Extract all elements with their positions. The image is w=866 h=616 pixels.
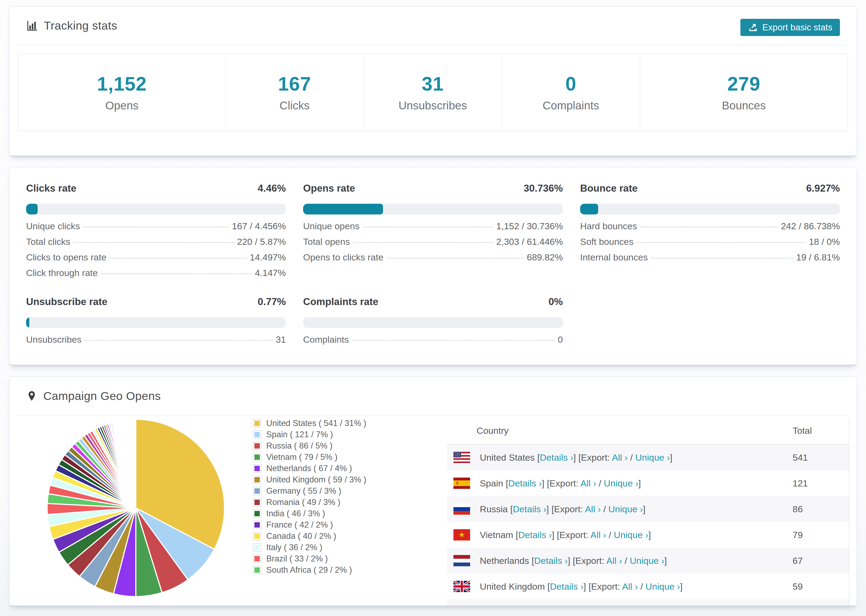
- details-link-netherlands[interactable]: Details ›: [534, 556, 568, 566]
- summary-label-bounces: Bounces: [722, 99, 766, 112]
- geo-row-total-russia: 86: [793, 504, 803, 514]
- export-all-link-netherlands[interactable]: All ›: [606, 556, 622, 566]
- legend-swatch-russia: [253, 442, 261, 450]
- legend-item-germany: Germany ( 55 / 3% ): [253, 486, 366, 497]
- rate-block-opens-rate: Opens rate30.736%Unique opens1,152 / 30.…: [303, 183, 563, 283]
- rates-card: Clicks rate4.46%Unique clicks167 / 4.456…: [9, 167, 857, 366]
- dotted-leader: [73, 242, 234, 243]
- summary-cell-unsubscribes: 31Unsubscribes: [364, 54, 502, 130]
- detail-value-soft-bounces: 18 / 0%: [809, 237, 840, 247]
- geo-row-total-vietnam: 79: [793, 530, 803, 540]
- legend-label-germany: Germany ( 55 / 3% ): [266, 486, 341, 496]
- slash-text: /: [622, 556, 630, 566]
- netherlands-flag-icon: [453, 555, 470, 566]
- legend-swatch-netherlands: [253, 464, 261, 473]
- geo-row-text-united-kingdom: United Kingdom [Details ›] [Export: All …: [480, 581, 683, 592]
- geo-table-row-united-states: United States [Details ›] [Export: All ›…: [447, 445, 849, 470]
- export-all-link-spain[interactable]: All ›: [580, 478, 596, 488]
- geo-row-total-spain: 121: [793, 478, 808, 489]
- legend-item-spain: Spain ( 121 / 7% ): [253, 429, 366, 440]
- export-unique-link-vietnam[interactable]: Unique ›: [614, 530, 649, 540]
- geo-row-text-spain: Spain [Details ›] [Export: All › / Uniqu…: [480, 478, 641, 489]
- rate-block-unsubscribe-rate: Unsubscribe rate0.77%Unsubscribes31: [26, 296, 286, 350]
- legend-swatch-color: [254, 488, 260, 494]
- export-unique-link-united-states[interactable]: Unique ›: [635, 452, 670, 462]
- slash-text: /: [606, 530, 614, 540]
- details-link-united-states[interactable]: Details ›: [540, 452, 573, 462]
- detail-label-unique-opens: Unique opens: [303, 221, 360, 231]
- rate-details-bounce-rate: Hard bounces242 / 86.738%Soft bounces18 …: [580, 221, 840, 268]
- export-unique-link-netherlands[interactable]: Unique ›: [630, 556, 664, 566]
- geo-row-text-russia: Russia [Details ›] [Export: All › / Uniq…: [480, 504, 646, 514]
- details-link-vietnam[interactable]: Details ›: [518, 530, 552, 540]
- bracket-text: ] [Export:: [584, 581, 622, 592]
- dotted-leader: [363, 226, 493, 227]
- detail-row-clicks-to-opens-rate: Clicks to opens rate14.497%: [26, 252, 286, 268]
- rate-progress-fill-bounce-rate: [580, 204, 598, 214]
- detail-row-unique-opens: Unique opens1,152 / 30.736%: [303, 221, 563, 237]
- legend-swatch-color: [254, 477, 260, 482]
- legend-swatch-united-kingdom: [253, 475, 261, 484]
- detail-label-soft-bounces: Soft bounces: [580, 237, 633, 247]
- detail-value-total-clicks: 220 / 5.87%: [237, 237, 286, 247]
- detail-value-complaints: 0: [558, 334, 563, 345]
- legend-swatch-color: [254, 432, 260, 437]
- tracking-stats-header: Tracking stats Export basic stats: [9, 6, 857, 45]
- map-pin-icon: [26, 390, 38, 402]
- rate-details-opens-rate: Unique opens1,152 / 30.736%Total opens2,…: [303, 221, 563, 268]
- detail-row-unsubscribes: Unsubscribes31: [26, 334, 286, 350]
- export-unique-link-united-kingdom[interactable]: Unique ›: [646, 581, 680, 592]
- details-link-united-kingdom[interactable]: Details ›: [550, 581, 584, 592]
- export-all-link-united-kingdom[interactable]: All ›: [622, 581, 638, 592]
- summary-value-complaints: 0: [565, 73, 576, 95]
- detail-value-click-through-rate: 4.147%: [255, 268, 286, 278]
- rate-details-clicks-rate: Unique clicks167 / 4.456%Total clicks220…: [26, 221, 286, 283]
- export-unique-link-spain[interactable]: Unique ›: [604, 478, 638, 488]
- geo-table-row-spain: Spain [Details ›] [Export: All › / Uniqu…: [447, 470, 849, 496]
- detail-label-clicks-to-opens-rate: Clicks to opens rate: [26, 252, 107, 262]
- legend-item-canada: Canada ( 40 / 2% ): [253, 531, 366, 542]
- details-link-russia[interactable]: Details ›: [513, 504, 546, 514]
- legend-item-vietnam: Vietnam ( 79 / 5% ): [253, 451, 366, 463]
- export-unique-link-russia[interactable]: Unique ›: [608, 504, 643, 514]
- export-basic-stats-button[interactable]: Export basic stats: [740, 19, 840, 36]
- slash-text: /: [596, 478, 604, 488]
- detail-value-unique-clicks: 167 / 4.456%: [232, 221, 286, 231]
- bracket-text: ] [Export:: [546, 504, 585, 514]
- summary-cell-opens: 1,152Opens: [19, 54, 226, 130]
- summary-value-bounces: 279: [727, 73, 760, 95]
- rate-progressbar-complaints-rate: [303, 317, 563, 328]
- page-title: Tracking stats: [44, 19, 117, 32]
- country-name: Russia [: [480, 504, 513, 514]
- rate-progressbar-bounce-rate: [580, 204, 840, 214]
- dotted-leader: [353, 242, 493, 243]
- dotted-leader: [651, 258, 793, 259]
- bracket-text: ]: [664, 556, 667, 566]
- geo-table-row-russia: Russia [Details ›] [Export: All › / Uniq…: [447, 496, 849, 522]
- rate-head-bounce-rate: Bounce rate6.927%: [580, 183, 840, 194]
- country-column-header: Country: [477, 426, 509, 436]
- detail-value-opens-to-clicks-rate: 689.82%: [527, 252, 563, 262]
- legend-item-united-kingdom: United Kingdom ( 59 / 3% ): [253, 474, 366, 486]
- rate-details-complaints-rate: Complaints0: [303, 334, 563, 350]
- summary-value-clicks: 167: [278, 73, 311, 95]
- rate-block-clicks-rate: Clicks rate4.46%Unique clicks167 / 4.456…: [26, 183, 286, 283]
- spain-flag-icon: [453, 478, 470, 489]
- rates-row-2: Unsubscribe rate0.77%Unsubscribes31Compl…: [26, 296, 840, 350]
- summary-cell-bounces: 279Bounces: [640, 54, 848, 130]
- dotted-leader: [85, 340, 272, 341]
- export-all-link-united-states[interactable]: All ›: [612, 452, 628, 462]
- export-all-link-vietnam[interactable]: All ›: [590, 530, 606, 540]
- legend-label-vietnam: Vietnam ( 79 / 5% ): [266, 452, 337, 462]
- detail-value-unique-opens: 1,152 / 30.736%: [496, 221, 563, 231]
- dotted-leader: [83, 226, 228, 227]
- legend-label-russia: Russia ( 86 / 5% ): [266, 441, 332, 451]
- legend-swatch-germany: [253, 487, 261, 495]
- slash-text: /: [638, 581, 646, 592]
- detail-row-opens-to-clicks-rate: Opens to clicks rate689.82%: [303, 252, 563, 268]
- legend-label-united-states: United States ( 541 / 31% ): [266, 418, 366, 428]
- legend-label-india: India ( 46 / 3% ): [266, 509, 325, 519]
- details-link-spain[interactable]: Details ›: [508, 478, 542, 488]
- export-all-link-russia[interactable]: All ›: [585, 504, 601, 514]
- dotted-leader: [640, 226, 778, 227]
